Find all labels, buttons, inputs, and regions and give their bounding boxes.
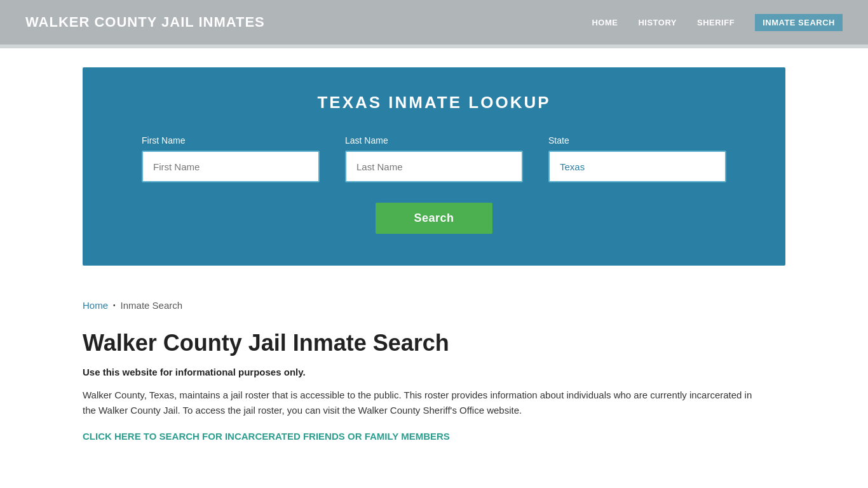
nav-history[interactable]: HISTORY — [638, 18, 677, 27]
breadcrumb-separator: • — [113, 302, 116, 309]
info-bold: Use this website for informational purpo… — [83, 367, 785, 377]
first-name-input[interactable] — [142, 151, 320, 182]
search-button[interactable]: Search — [376, 203, 492, 234]
search-section: TEXAS INMATE LOOKUP First Name Last Name… — [83, 67, 785, 266]
search-button-row: Search — [121, 203, 747, 234]
breadcrumb: Home • Inmate Search — [0, 285, 868, 317]
last-name-label: Last Name — [345, 135, 523, 146]
state-group: State — [548, 135, 726, 182]
last-name-input[interactable] — [345, 151, 523, 182]
site-title: WALKER COUNTY JAIL INMATES — [25, 14, 265, 30]
site-header: WALKER COUNTY JAIL INMATES HOME HISTORY … — [0, 0, 868, 44]
click-here-link[interactable]: CLICK HERE to Search for Incarcerated Fr… — [83, 431, 450, 442]
nav-sheriff[interactable]: SHERIFF — [697, 18, 735, 27]
first-name-group: First Name — [142, 135, 320, 182]
info-paragraph: Walker County, Texas, maintains a jail r… — [83, 388, 756, 418]
search-section-title: TEXAS INMATE LOOKUP — [121, 93, 747, 112]
breadcrumb-home-link[interactable]: Home — [83, 300, 108, 311]
nav-inmate-search[interactable]: INMATE SEARCH — [755, 14, 843, 31]
header-divider — [0, 44, 868, 48]
form-row: First Name Last Name State — [121, 135, 747, 182]
main-nav: HOME HISTORY SHERIFF INMATE SEARCH — [592, 14, 843, 31]
breadcrumb-current: Inmate Search — [121, 300, 183, 311]
main-content: Walker County Jail Inmate Search Use thi… — [0, 317, 868, 468]
state-input[interactable] — [548, 151, 726, 182]
first-name-label: First Name — [142, 135, 320, 146]
page-heading: Walker County Jail Inmate Search — [83, 330, 785, 356]
state-label: State — [548, 135, 726, 146]
nav-home[interactable]: HOME — [592, 18, 618, 27]
last-name-group: Last Name — [345, 135, 523, 182]
